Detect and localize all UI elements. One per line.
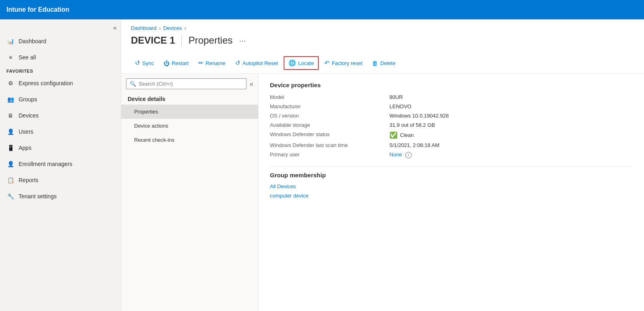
page-title-separator <box>181 34 182 46</box>
manufacturer-label: Manufacturer <box>270 103 383 109</box>
property-grid: Model 80UR Manufacturer LENOVO OS / vers… <box>270 94 633 158</box>
action-bar: ↺ Sync ⏻ Restart ✏ Rename ↺ Autopilot Re… <box>121 53 644 74</box>
sidebar-item-enrollment[interactable]: 👤 Enrollment managers <box>0 156 121 172</box>
group-all-devices[interactable]: All Devices <box>270 183 633 189</box>
search-icon: 🔍 <box>130 81 136 87</box>
sidebar-item-label: Dashboard <box>19 38 46 44</box>
defender-scan-label: Windows Defender last scan time <box>270 142 383 148</box>
restart-button[interactable]: ⏻ Restart <box>160 57 193 69</box>
search-bar-row: 🔍 « <box>121 74 258 92</box>
factory-reset-label: Factory reset <box>332 60 362 66</box>
page-header-ellipsis[interactable]: ··· <box>239 36 246 45</box>
enrollment-icon: 👤 <box>6 160 15 168</box>
group-membership-heading: Group membership <box>270 172 633 179</box>
rename-icon: ✏ <box>198 59 204 67</box>
sidebar-item-groups[interactable]: 👥 Groups <box>0 91 121 107</box>
defender-status-label: Windows Defender status <box>270 131 383 139</box>
breadcrumb-sep-1: › <box>159 25 161 31</box>
model-value: 80UR <box>389 94 633 100</box>
sidebar-item-see-all[interactable]: ≡ See all <box>0 49 121 65</box>
app-title: Intune for Education <box>6 6 69 13</box>
dashboard-icon: 📊 <box>6 37 15 45</box>
sidebar-item-label: Enrollment managers <box>19 161 72 167</box>
two-col-layout: 🔍 « Device details Properties Device act… <box>121 74 644 311</box>
panel-collapse-button[interactable]: « <box>250 80 253 88</box>
sidebar-item-users[interactable]: 👤 Users <box>0 124 121 140</box>
favorites-label: FAVORITES <box>0 65 121 75</box>
sidebar-item-label: Tenant settings <box>19 193 57 200</box>
os-label: OS / version <box>270 113 383 119</box>
sidebar-collapse-area: « <box>0 23 121 33</box>
breadcrumb-sep-2: › <box>184 25 186 31</box>
nav-item-device-actions[interactable]: Device actions <box>121 119 258 133</box>
factory-reset-button[interactable]: ↶ Factory reset <box>320 57 366 69</box>
sidebar-item-express-config[interactable]: ⚙ Express configuration <box>0 75 121 91</box>
search-box: 🔍 <box>126 78 246 89</box>
nav-item-properties[interactable]: Properties <box>121 105 258 119</box>
sidebar-item-label: Apps <box>19 145 32 151</box>
sidebar-item-label: Reports <box>19 177 38 183</box>
restart-icon: ⏻ <box>164 60 170 67</box>
defender-status-value: ✅ Clean <box>389 131 633 139</box>
sync-icon: ↺ <box>135 59 140 67</box>
breadcrumb-devices[interactable]: Devices <box>163 25 182 31</box>
model-label: Model <box>270 94 383 100</box>
topbar: Intune for Education <box>0 0 644 19</box>
express-config-icon: ⚙ <box>6 79 15 87</box>
sidebar-item-reports[interactable]: 📋 Reports <box>0 172 121 188</box>
sidebar-item-label: Users <box>19 128 34 135</box>
rename-label: Rename <box>206 60 225 66</box>
defender-clean-icon: ✅ <box>389 131 398 139</box>
locate-icon: 🌐 <box>288 59 296 67</box>
delete-button[interactable]: 🗑 Delete <box>368 57 400 69</box>
nav-section-label: Device details <box>121 92 258 105</box>
sidebar-item-apps[interactable]: 📱 Apps <box>0 140 121 156</box>
primary-user-value: None i <box>389 151 633 158</box>
locate-button[interactable]: 🌐 Locate <box>284 56 319 70</box>
manufacturer-value: LENOVO <box>389 103 633 109</box>
factory-reset-icon: ↶ <box>324 59 330 67</box>
restart-label: Restart <box>172 60 189 66</box>
storage-label: Available storage <box>270 122 383 128</box>
search-input[interactable] <box>139 81 243 87</box>
rename-button[interactable]: ✏ Rename <box>194 57 229 69</box>
primary-user-label: Primary user <box>270 151 383 158</box>
nav-item-recent-check-ins[interactable]: Recent check-ins <box>121 133 258 147</box>
delete-icon: 🗑 <box>372 60 378 67</box>
devices-icon: 🖥 <box>6 111 15 120</box>
tenant-icon: 🔧 <box>6 192 15 200</box>
group-computer-device[interactable]: computer device <box>270 193 633 199</box>
apps-icon: 📱 <box>6 144 15 152</box>
right-panel: Device properties Model 80UR Manufacture… <box>259 74 644 311</box>
sidebar-item-tenant[interactable]: 🔧 Tenant settings <box>0 188 121 204</box>
sync-label: Sync <box>142 60 154 66</box>
defender-scan-value: 5/1/2021, 2:06:18 AM <box>389 142 633 148</box>
autopilot-icon: ↺ <box>235 59 240 67</box>
section-divider <box>270 166 633 167</box>
sidebar-item-label: Groups <box>19 96 37 103</box>
device-properties-heading: Device properties <box>270 82 633 88</box>
sidebar: « 📊 Dashboard ≡ See all FAVORITES ⚙ Expr… <box>0 19 121 311</box>
content-area: Dashboard › Devices › DEVICE 1 Propertie… <box>121 19 644 311</box>
sync-button[interactable]: ↺ Sync <box>131 57 158 69</box>
storage-value: 31.9 out of 58.2 GB <box>389 122 633 128</box>
locate-label: Locate <box>298 60 314 66</box>
list-icon: ≡ <box>6 53 15 61</box>
breadcrumb-dashboard[interactable]: Dashboard <box>131 25 157 31</box>
autopilot-label: Autopilot Reset <box>242 60 278 66</box>
primary-user-link[interactable]: None <box>389 151 402 158</box>
sidebar-item-label: Devices <box>19 112 39 119</box>
page-title-section: Properties <box>188 35 232 46</box>
os-value: Windows 10.0.19042.928 <box>389 113 633 119</box>
sidebar-item-label: See all <box>19 54 36 61</box>
autopilot-reset-button[interactable]: ↺ Autopilot Reset <box>231 57 282 69</box>
sidebar-collapse-button[interactable]: « <box>113 24 117 32</box>
delete-label: Delete <box>380 60 396 66</box>
info-icon[interactable]: i <box>405 152 412 158</box>
page-title-device: DEVICE 1 <box>131 35 175 46</box>
users-icon: 👤 <box>6 128 15 136</box>
reports-icon: 📋 <box>6 176 15 184</box>
sidebar-item-dashboard[interactable]: 📊 Dashboard <box>0 33 121 49</box>
sidebar-item-devices[interactable]: 🖥 Devices <box>0 107 121 124</box>
breadcrumb: Dashboard › Devices › <box>121 19 644 33</box>
